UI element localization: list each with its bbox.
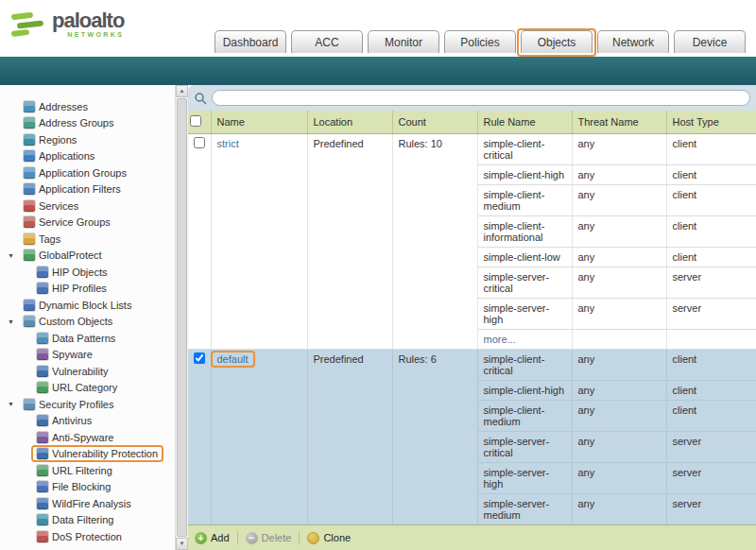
sidebar-item-label: Spyware bbox=[52, 349, 93, 360]
vulnerability-protection-icon bbox=[37, 448, 48, 459]
data-patterns-icon bbox=[37, 333, 48, 344]
select-all-header bbox=[188, 111, 211, 134]
checkbox-cell bbox=[188, 350, 211, 525]
sidebar-item-security-profiles[interactable]: ▼Security Profiles bbox=[0, 396, 175, 413]
sidebar-item-label: URL Category bbox=[52, 382, 117, 393]
host-type-cell: client bbox=[666, 165, 756, 185]
custom-objects-icon bbox=[24, 316, 35, 327]
threat-name-cell: any bbox=[572, 401, 666, 432]
sidebar-item-label: GlobalProtect bbox=[39, 249, 102, 261]
tab-policies[interactable]: Policies bbox=[444, 30, 516, 53]
sidebar-item-globalprotect[interactable]: ▼GlobalProtect bbox=[0, 248, 175, 265]
sidebar-item-vulnerability[interactable]: Vulnerability bbox=[0, 363, 175, 380]
sidebar-item-hip-objects[interactable]: HIP Objects bbox=[0, 264, 175, 281]
profile-name-link-strict[interactable]: strict bbox=[217, 138, 239, 149]
delete-button[interactable]: −Delete bbox=[246, 532, 292, 544]
sidebar-item-services[interactable]: Services bbox=[0, 198, 175, 215]
sidebar-item-applications[interactable]: Applications bbox=[0, 148, 175, 165]
host-type-cell: server bbox=[666, 494, 756, 525]
sidebar-item-data-patterns[interactable]: Data Patterns bbox=[0, 330, 175, 347]
threat-name-cell: any bbox=[572, 248, 666, 267]
tab-objects[interactable]: Objects bbox=[521, 30, 593, 53]
clone-button[interactable]: Clone bbox=[307, 532, 351, 544]
sidebar-item-custom-objects[interactable]: ▼Custom Objects bbox=[0, 314, 175, 331]
expander-icon[interactable]: ▼ bbox=[8, 252, 21, 259]
vulnerability-icon bbox=[37, 366, 48, 377]
sidebar-item-file-blocking[interactable]: File Blocking bbox=[0, 479, 175, 496]
sidebar-item-addresses[interactable]: Addresses bbox=[0, 98, 175, 115]
sidebar-item-hip-profiles[interactable]: HIP Profiles bbox=[0, 281, 175, 298]
add-button[interactable]: +Add bbox=[195, 532, 230, 544]
expander-icon[interactable]: ▼ bbox=[8, 401, 21, 407]
sidebar-item-label: Vulnerability Protection bbox=[52, 448, 158, 459]
sidebar-item-vulnerability-protection[interactable]: Vulnerability Protection bbox=[0, 446, 175, 463]
sidebar-scrollbar[interactable]: ▲ ▼ bbox=[175, 85, 188, 550]
sidebar-item-address-groups[interactable]: Address Groups bbox=[0, 115, 175, 132]
service-groups-icon bbox=[24, 216, 35, 228]
threat-name-cell: any bbox=[572, 267, 666, 299]
sidebar-item-data-filtering[interactable]: Data Filtering bbox=[0, 512, 175, 529]
sidebar-item-label: File Blocking bbox=[52, 481, 111, 492]
location-cell: Predefined bbox=[307, 350, 392, 525]
sidebar-item-regions[interactable]: Regions bbox=[0, 131, 175, 148]
column-header-host-type[interactable]: Host Type bbox=[666, 111, 756, 134]
column-header-rule-name[interactable]: Rule Name bbox=[477, 111, 572, 134]
sidebar-nav: AddressesAddress GroupsRegionsApplicatio… bbox=[0, 85, 175, 545]
footer-button-label: Delete bbox=[262, 532, 292, 543]
application-groups-icon bbox=[24, 167, 35, 179]
search-input[interactable] bbox=[212, 90, 750, 106]
sidebar-item-wildfire-analysis[interactable]: WildFire Analysis bbox=[0, 495, 175, 512]
host-type-cell: server bbox=[666, 267, 756, 299]
sidebar-item-label: URL Filtering bbox=[52, 465, 112, 476]
column-header-count[interactable]: Count bbox=[392, 111, 477, 134]
sidebar-item-spyware[interactable]: Spyware bbox=[0, 347, 175, 364]
column-header-location[interactable]: Location bbox=[307, 111, 392, 134]
column-header-name[interactable]: Name bbox=[211, 111, 307, 134]
host-type-cell: client bbox=[666, 216, 756, 248]
scrollbar-thumb[interactable] bbox=[177, 98, 187, 537]
clone-icon bbox=[307, 532, 319, 544]
sidebar-item-url-category[interactable]: URL Category bbox=[0, 380, 175, 397]
sidebar-item-dos-protection[interactable]: DoS Protection bbox=[0, 528, 175, 545]
sidebar-item-service-groups[interactable]: Service Groups bbox=[0, 215, 175, 232]
add-icon: + bbox=[195, 532, 207, 544]
rule-name-cell: simple-server-high bbox=[477, 463, 572, 494]
url-category-icon bbox=[37, 382, 48, 393]
more-link[interactable]: more... bbox=[477, 330, 572, 350]
sidebar-item-label: Applications bbox=[39, 150, 94, 162]
tab-device[interactable]: Device bbox=[674, 30, 746, 53]
tab-network[interactable]: Network bbox=[597, 30, 669, 53]
sidebar-item-url-filtering[interactable]: URL Filtering bbox=[0, 462, 175, 479]
scroll-up-icon[interactable]: ▲ bbox=[176, 85, 188, 97]
threat-name-cell: any bbox=[572, 185, 666, 216]
rule-name-cell: simple-server-high bbox=[477, 299, 572, 330]
select-all-checkbox[interactable] bbox=[190, 115, 201, 127]
host-type-cell: client bbox=[666, 134, 756, 165]
sidebar-item-tags[interactable]: Tags bbox=[0, 231, 175, 248]
sidebar-item-label: Services bbox=[39, 200, 78, 212]
sidebar-item-dynamic-block-lists[interactable]: Dynamic Block Lists bbox=[0, 297, 175, 314]
threat-name-cell: any bbox=[572, 494, 666, 525]
sidebar: AddressesAddress GroupsRegionsApplicatio… bbox=[0, 85, 175, 550]
table-row: strictPredefinedRules: 10simple-client-c… bbox=[188, 134, 756, 165]
expander-icon[interactable]: ▼ bbox=[8, 318, 21, 325]
row-checkbox-strict[interactable] bbox=[194, 137, 205, 148]
threat-name-cell bbox=[572, 330, 666, 350]
tab-monitor[interactable]: Monitor bbox=[368, 30, 439, 53]
threat-name-cell: any bbox=[572, 463, 666, 494]
scroll-down-icon[interactable]: ▼ bbox=[176, 538, 188, 550]
antivirus-icon bbox=[37, 415, 48, 426]
security-profiles-icon bbox=[24, 399, 35, 410]
column-header-threat-name[interactable]: Threat Name bbox=[572, 111, 666, 134]
host-type-cell: server bbox=[666, 299, 756, 330]
row-checkbox-default[interactable] bbox=[194, 352, 205, 364]
sidebar-item-application-filters[interactable]: Application Filters bbox=[0, 181, 175, 198]
name-cell: strict bbox=[211, 134, 307, 350]
count-cell: Rules: 6 bbox=[392, 350, 477, 525]
sidebar-item-anti-spyware[interactable]: Anti-Spyware bbox=[0, 429, 175, 446]
tab-acc[interactable]: ACC bbox=[291, 30, 363, 53]
sidebar-item-application-groups[interactable]: Application Groups bbox=[0, 164, 175, 181]
tab-dashboard[interactable]: Dashboard bbox=[215, 30, 286, 53]
profile-name-link-default[interactable]: default bbox=[217, 353, 249, 365]
sidebar-item-antivirus[interactable]: Antivirus bbox=[0, 413, 175, 430]
